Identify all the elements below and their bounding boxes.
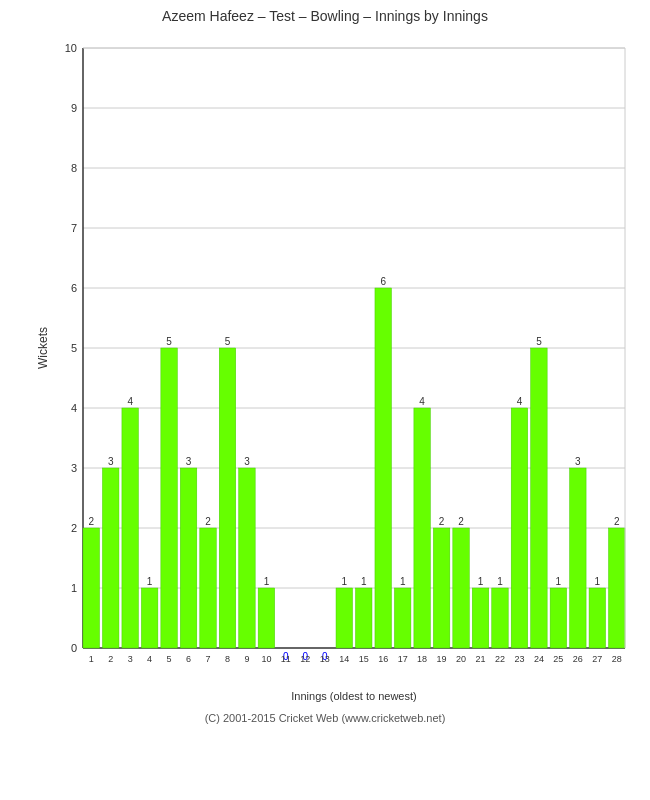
svg-text:2: 2 [108, 654, 113, 664]
svg-text:27: 27 [592, 654, 602, 664]
svg-text:22: 22 [495, 654, 505, 664]
svg-rect-67 [375, 288, 391, 648]
svg-rect-76 [433, 528, 449, 648]
svg-rect-31 [122, 408, 138, 648]
svg-rect-40 [180, 468, 196, 648]
svg-text:4: 4 [127, 396, 133, 407]
svg-text:5: 5 [167, 654, 172, 664]
svg-text:5: 5 [536, 336, 542, 347]
svg-text:25: 25 [553, 654, 563, 664]
svg-text:1: 1 [556, 576, 562, 587]
svg-text:14: 14 [339, 654, 349, 664]
svg-text:2: 2 [439, 516, 445, 527]
svg-text:6: 6 [71, 282, 77, 294]
svg-text:19: 19 [437, 654, 447, 664]
svg-rect-49 [239, 468, 255, 648]
svg-rect-79 [453, 528, 469, 648]
chart-container: Azeem Hafeez – Test – Bowling – Innings … [0, 0, 650, 800]
chart-title: Azeem Hafeez – Test – Bowling – Innings … [162, 8, 488, 24]
svg-rect-25 [83, 528, 99, 648]
svg-text:15: 15 [359, 654, 369, 664]
footer-text: (C) 2001-2015 Cricket Web (www.cricketwe… [205, 712, 446, 724]
svg-text:4: 4 [147, 654, 152, 664]
svg-rect-64 [356, 588, 372, 648]
svg-rect-52 [258, 588, 274, 648]
chart-area: 012345678910Wickets213243145536275839110… [35, 28, 645, 708]
svg-rect-37 [161, 348, 177, 648]
svg-text:28: 28 [612, 654, 622, 664]
svg-text:3: 3 [575, 456, 581, 467]
svg-text:10: 10 [261, 654, 271, 664]
svg-rect-85 [492, 588, 508, 648]
svg-text:1: 1 [71, 582, 77, 594]
svg-text:2: 2 [205, 516, 211, 527]
svg-rect-94 [550, 588, 566, 648]
svg-rect-34 [141, 588, 157, 648]
svg-rect-43 [200, 528, 216, 648]
svg-text:1: 1 [341, 576, 347, 587]
svg-text:1: 1 [497, 576, 503, 587]
svg-text:11: 11 [281, 654, 291, 664]
svg-rect-100 [589, 588, 605, 648]
svg-rect-61 [336, 588, 352, 648]
svg-text:1: 1 [147, 576, 153, 587]
svg-text:16: 16 [378, 654, 388, 664]
svg-text:1: 1 [89, 654, 94, 664]
svg-text:12: 12 [300, 654, 310, 664]
svg-text:4: 4 [419, 396, 425, 407]
svg-text:Wickets: Wickets [36, 327, 50, 369]
svg-text:8: 8 [71, 162, 77, 174]
svg-text:9: 9 [71, 102, 77, 114]
svg-text:2: 2 [458, 516, 464, 527]
svg-text:4: 4 [71, 402, 77, 414]
svg-rect-88 [511, 408, 527, 648]
svg-text:1: 1 [361, 576, 367, 587]
svg-text:2: 2 [71, 522, 77, 534]
svg-text:6: 6 [380, 276, 386, 287]
svg-text:1: 1 [264, 576, 270, 587]
svg-text:13: 13 [320, 654, 330, 664]
svg-text:5: 5 [225, 336, 231, 347]
svg-rect-70 [394, 588, 410, 648]
svg-text:23: 23 [514, 654, 524, 664]
svg-rect-82 [472, 588, 488, 648]
svg-rect-97 [570, 468, 586, 648]
svg-text:3: 3 [71, 462, 77, 474]
svg-text:5: 5 [166, 336, 172, 347]
svg-rect-73 [414, 408, 430, 648]
svg-text:7: 7 [206, 654, 211, 664]
svg-text:17: 17 [398, 654, 408, 664]
svg-text:1: 1 [595, 576, 601, 587]
svg-rect-28 [102, 468, 118, 648]
svg-text:10: 10 [65, 42, 77, 54]
svg-text:24: 24 [534, 654, 544, 664]
svg-text:Innings (oldest to newest): Innings (oldest to newest) [291, 690, 416, 702]
svg-text:8: 8 [225, 654, 230, 664]
svg-text:3: 3 [128, 654, 133, 664]
svg-text:21: 21 [476, 654, 486, 664]
svg-text:18: 18 [417, 654, 427, 664]
bar-chart: 012345678910Wickets213243145536275839110… [35, 28, 645, 708]
svg-text:3: 3 [244, 456, 250, 467]
svg-rect-91 [531, 348, 547, 648]
svg-text:26: 26 [573, 654, 583, 664]
svg-text:20: 20 [456, 654, 466, 664]
svg-text:2: 2 [614, 516, 620, 527]
svg-text:0: 0 [71, 642, 77, 654]
svg-text:3: 3 [108, 456, 114, 467]
svg-text:7: 7 [71, 222, 77, 234]
svg-text:5: 5 [71, 342, 77, 354]
svg-text:9: 9 [244, 654, 249, 664]
svg-rect-46 [219, 348, 235, 648]
svg-text:1: 1 [478, 576, 484, 587]
svg-text:1: 1 [400, 576, 406, 587]
svg-text:6: 6 [186, 654, 191, 664]
svg-text:2: 2 [88, 516, 94, 527]
svg-rect-103 [609, 528, 625, 648]
svg-text:3: 3 [186, 456, 192, 467]
svg-text:4: 4 [517, 396, 523, 407]
